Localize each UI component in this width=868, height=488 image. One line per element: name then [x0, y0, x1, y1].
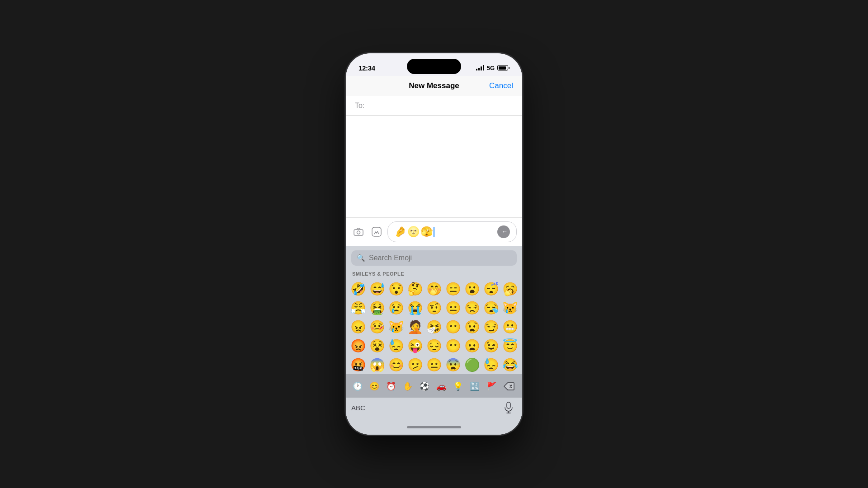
emoji-1: 🤌	[394, 226, 406, 238]
message-input[interactable]: 🤌 🌝 🫣 ↑	[387, 221, 517, 242]
emoji-content: 🤌 🌝 🫣	[394, 226, 495, 238]
emoji-item[interactable]: 🤨	[425, 298, 443, 317]
svg-point-1	[357, 231, 360, 234]
emoji-item[interactable]: 😦	[462, 336, 481, 355]
dynamic-island	[407, 59, 461, 74]
flags-category-icon[interactable]: 🚩	[484, 380, 499, 393]
emoji-item[interactable]: 😂	[500, 355, 519, 374]
status-time: 12:34	[359, 64, 375, 72]
status-icons: 5G	[476, 65, 509, 71]
cancel-button[interactable]: Cancel	[489, 81, 513, 90]
battery-icon	[497, 65, 509, 70]
emoji-item[interactable]: 😴	[481, 279, 500, 298]
emoji-item[interactable]: 😓	[387, 336, 406, 355]
emoji-item[interactable]: 😅	[368, 279, 387, 298]
keyboard-abc-row: ABC	[346, 398, 522, 419]
phone-device: 12:34 5G New Message Cancel	[346, 53, 522, 435]
emoji-grid: 🤣 😅 😯 🤔 🤭 😑 😮 😴 🥱 😤 🤮 😢 😭 🤨 😐	[346, 279, 522, 374]
emoji-item[interactable]: 😒	[462, 298, 481, 317]
svg-rect-3	[507, 402, 510, 408]
emoji-item[interactable]: 😤	[349, 298, 368, 317]
emoji-item[interactable]: 😇	[500, 336, 519, 355]
app-content: New Message Cancel To:	[346, 76, 522, 435]
emoji-item[interactable]: 😮	[462, 279, 481, 298]
nav-title: New Message	[409, 81, 459, 90]
emoji-item[interactable]: 🥱	[500, 279, 519, 298]
svg-rect-2	[372, 227, 381, 236]
emoji-item[interactable]: 😐	[425, 355, 443, 374]
microphone-button[interactable]	[500, 399, 517, 416]
nav-bar: New Message Cancel	[346, 76, 522, 96]
search-placeholder: Search Emoji	[369, 254, 412, 262]
emoji-item[interactable]: 😿	[387, 317, 406, 336]
emoji-search-inner[interactable]: 🔍 Search Emoji	[351, 250, 517, 266]
emoji-item[interactable]: 😶	[443, 317, 462, 336]
emoji-search-area: 🔍 Search Emoji	[346, 246, 522, 269]
emoji-2: 🌝	[407, 226, 420, 238]
send-arrow-icon: ↑	[500, 230, 507, 234]
symbols-category-icon[interactable]: 🔣	[467, 380, 482, 393]
emoji-keyboard: 🔍 Search Emoji SMILEYS & PEOPLE 🤣 😅 😯 🤔 …	[346, 246, 522, 435]
emoji-item[interactable]: 🟢	[462, 355, 481, 374]
text-cursor	[434, 227, 434, 237]
emoji-item[interactable]: 😜	[406, 336, 425, 355]
network-type: 5G	[487, 65, 495, 71]
hand-category-icon[interactable]: ✋	[401, 380, 415, 393]
emoji-item[interactable]: 🤣	[349, 279, 368, 298]
input-row: 🤌 🌝 🫣 ↑	[346, 217, 522, 246]
emoji-item[interactable]: 😯	[387, 279, 406, 298]
smiley-category-icon[interactable]: 😊	[367, 380, 382, 393]
emoji-item[interactable]: 😢	[387, 298, 406, 317]
emoji-item[interactable]: 😏	[481, 317, 500, 336]
home-indicator	[346, 419, 522, 435]
travel-category-icon[interactable]: 🚗	[434, 380, 448, 393]
emoji-item[interactable]: 🤬	[349, 355, 368, 374]
emoji-item[interactable]: 🤮	[368, 298, 387, 317]
svg-rect-0	[354, 230, 363, 235]
abc-label[interactable]: ABC	[351, 404, 365, 412]
to-label: To:	[355, 102, 364, 110]
emoji-category-label: SMILEYS & PEOPLE	[346, 269, 522, 279]
home-bar	[407, 426, 461, 428]
emoji-item[interactable]: 🤭	[425, 279, 443, 298]
signal-icon	[476, 65, 484, 70]
clock-category-icon[interactable]: ⏰	[384, 380, 398, 393]
to-field[interactable]: To:	[346, 96, 522, 116]
emoji-item[interactable]: 😪	[481, 298, 500, 317]
emoji-item[interactable]: 😑	[443, 279, 462, 298]
camera-button[interactable]	[351, 225, 366, 239]
emoji-bottom-bar: 🕐 😊 ⏰ ✋ ⚽ 🚗 💡 🔣 🚩	[346, 374, 522, 398]
emoji-item[interactable]: 😊	[387, 355, 406, 374]
emoji-item[interactable]: 🤧	[425, 317, 443, 336]
emoji-item[interactable]: 🤦	[406, 317, 425, 336]
emoji-item[interactable]: 😱	[368, 355, 387, 374]
appstore-button[interactable]	[369, 225, 384, 239]
emoji-item[interactable]: 😡	[349, 336, 368, 355]
recent-category-icon[interactable]: 🕐	[350, 380, 365, 393]
emoji-item[interactable]: 😔	[425, 336, 443, 355]
emoji-item[interactable]: 😵	[368, 336, 387, 355]
emoji-3: 🫣	[420, 226, 433, 238]
emoji-category-icons: 🕐 😊 ⏰ ✋ ⚽ 🚗 💡 🔣 🚩	[349, 380, 500, 393]
emoji-item[interactable]: 😠	[349, 317, 368, 336]
search-icon: 🔍	[357, 254, 365, 262]
emoji-item[interactable]: 😉	[481, 336, 500, 355]
objects-category-icon[interactable]: 💡	[451, 380, 465, 393]
emoji-item[interactable]: 🤔	[406, 279, 425, 298]
emoji-item[interactable]: 😿	[500, 298, 519, 317]
phone-screen: 12:34 5G New Message Cancel	[346, 53, 522, 435]
backspace-button[interactable]	[500, 377, 519, 396]
send-button[interactable]: ↑	[497, 225, 510, 238]
sports-category-icon[interactable]: ⚽	[417, 380, 432, 393]
emoji-item[interactable]: 😨	[443, 355, 462, 374]
emoji-item[interactable]: 😶	[443, 336, 462, 355]
emoji-item[interactable]: 🤒	[368, 317, 387, 336]
emoji-item[interactable]: 😧	[462, 317, 481, 336]
emoji-item[interactable]: 😓	[481, 355, 500, 374]
emoji-item[interactable]: 😬	[500, 317, 519, 336]
emoji-item[interactable]: 🫤	[406, 355, 425, 374]
emoji-item[interactable]: 😭	[406, 298, 425, 317]
message-area[interactable]	[346, 116, 522, 217]
emoji-item[interactable]: 😐	[443, 298, 462, 317]
